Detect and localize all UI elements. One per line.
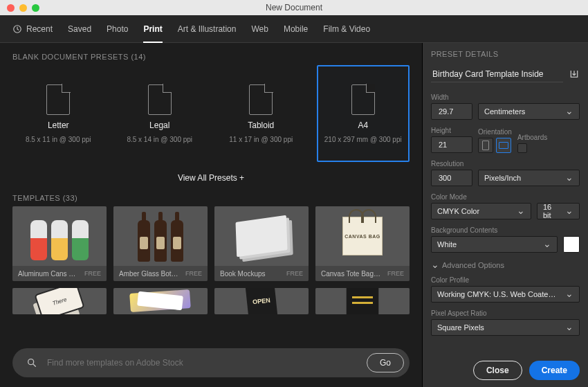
template-price: FREE [185, 270, 202, 277]
minimize-window-icon[interactable] [19, 4, 27, 12]
preset-detail: 11 x 17 in @ 300 ppi [229, 136, 293, 143]
document-icon [46, 84, 70, 115]
background-value: White [437, 240, 457, 249]
templates-header-label: TEMPLATES [12, 194, 60, 202]
tab-label: Recent [26, 24, 53, 34]
templates-header: TEMPLATES (33) [0, 192, 422, 206]
template-thumbnail: OPEN [214, 288, 309, 314]
preset-tabloid[interactable]: Tabloid 11 x 17 in @ 300 ppi [215, 65, 307, 162]
tab-label: Mobile [284, 24, 308, 34]
tab-print[interactable]: Print [143, 16, 162, 42]
template-name: Canvas Tote Bag Mo… [321, 270, 382, 278]
template-card[interactable]: There [12, 288, 107, 314]
document-name-input[interactable] [431, 66, 563, 82]
template-thumbnail: CANVAS BAG [315, 206, 410, 266]
pixel-aspect-ratio-value: Square Pixels [437, 323, 484, 332]
landscape-icon [499, 142, 508, 149]
orientation-landscape-button[interactable] [496, 138, 511, 153]
template-price: FREE [84, 270, 101, 277]
color-mode-value: CMYK Color [437, 207, 479, 215]
tab-saved[interactable]: Saved [68, 16, 91, 42]
template-card[interactable]: OPEN [214, 288, 309, 314]
template-card[interactable]: Book MockupsFREE [214, 206, 309, 281]
resolution-units-select[interactable]: Pixels/Inch ⌄ [478, 170, 580, 186]
resolution-label: Resolution [431, 160, 472, 168]
tab-art-illustration[interactable]: Art & Illustration [178, 16, 237, 42]
svg-point-1 [28, 359, 34, 365]
color-profile-label: Color Profile [431, 276, 580, 284]
template-card[interactable]: CANVAS BAG Canvas Tote Bag Mo…FREE [315, 206, 410, 281]
tab-label: Saved [68, 24, 91, 34]
view-all-presets-button[interactable]: View All Presets + [0, 168, 422, 192]
advanced-options-toggle[interactable]: ⌄ Advanced Options [431, 261, 580, 269]
tab-recent[interactable]: Recent [12, 16, 53, 42]
preset-a4[interactable]: A4 210 x 297 mm @ 300 ppi [317, 65, 410, 162]
color-profile-select[interactable]: Working CMYK: U.S. Web Coated (S… ⌄ [431, 286, 580, 303]
template-card[interactable] [315, 288, 410, 314]
units-select[interactable]: Centimeters ⌄ [478, 103, 580, 120]
template-card[interactable]: Amber Glass Bottles…FREE [113, 206, 208, 281]
color-mode-select[interactable]: CMYK Color ⌄ [431, 203, 531, 219]
artboards-checkbox[interactable] [517, 143, 527, 153]
background-select[interactable]: White ⌄ [431, 236, 558, 253]
portrait-icon [482, 141, 489, 150]
template-thumbnail [113, 288, 208, 314]
tab-film-video[interactable]: Film & Video [323, 16, 370, 42]
tab-label: Art & Illustration [178, 24, 237, 34]
template-thumbnail [12, 206, 107, 266]
create-button[interactable]: Create [529, 361, 580, 380]
stock-search-go-button[interactable]: Go [367, 353, 404, 372]
document-icon [351, 84, 375, 115]
preset-name: Letter [48, 120, 69, 130]
left-panel: BLANK DOCUMENT PRESETS (14) Letter 8.5 x… [0, 43, 422, 387]
template-card[interactable]: Aluminum Cans Moc…FREE [12, 206, 107, 281]
preset-details-title: PRESET DETAILS [431, 50, 580, 58]
preset-detail: 8.5 x 11 in @ 300 ppi [26, 136, 91, 143]
zoom-window-icon[interactable] [32, 4, 39, 12]
close-window-icon[interactable] [7, 4, 15, 12]
template-thumbnail [214, 206, 309, 266]
pixel-aspect-ratio-label: Pixel Aspect Ratio [431, 309, 580, 317]
preset-details-panel: PRESET DETAILS Width Centimeters ⌄ Heigh… [422, 43, 588, 387]
template-name: Aluminum Cans Moc… [18, 270, 79, 278]
dialog-footer: Close Create [431, 354, 580, 380]
tab-label: Print [143, 24, 162, 34]
advanced-options-label: Advanced Options [442, 261, 504, 269]
height-input[interactable] [431, 136, 472, 153]
template-grid: Aluminum Cans Moc…FREE Amber Glass Bottl… [12, 206, 410, 314]
window-titlebar: New Document [0, 0, 588, 15]
bit-depth-select[interactable]: 16 bit ⌄ [537, 203, 580, 219]
presets-count: (14) [131, 53, 146, 61]
preset-grid: Letter 8.5 x 11 in @ 300 ppi Legal 8.5 x… [0, 65, 422, 168]
resolution-input[interactable] [431, 170, 472, 186]
width-input[interactable] [431, 103, 472, 120]
template-name: Book Mockups [220, 270, 266, 278]
search-icon [26, 357, 37, 368]
close-button[interactable]: Close [473, 361, 522, 380]
templates-count: (33) [63, 194, 78, 202]
preset-name: Legal [149, 120, 169, 130]
document-icon [148, 84, 172, 115]
stock-search-input[interactable] [46, 357, 358, 368]
tab-mobile[interactable]: Mobile [284, 16, 308, 42]
window-controls [0, 4, 39, 12]
pixel-aspect-ratio-select[interactable]: Square Pixels ⌄ [431, 319, 580, 336]
preset-legal[interactable]: Legal 8.5 x 14 in @ 300 ppi [114, 65, 206, 162]
category-tabs: Recent Saved Photo Print Art & Illustrat… [0, 15, 588, 43]
save-preset-icon[interactable] [569, 69, 580, 80]
view-all-label: View All Presets [178, 173, 237, 183]
tab-photo[interactable]: Photo [107, 16, 128, 42]
template-thumbnail: There [12, 288, 107, 314]
preset-name: A4 [358, 120, 368, 130]
clock-icon [12, 24, 22, 34]
background-color-swatch[interactable] [563, 236, 580, 253]
orientation-portrait-button[interactable] [478, 138, 493, 153]
preset-letter[interactable]: Letter 8.5 x 11 in @ 300 ppi [12, 65, 104, 162]
tab-web[interactable]: Web [251, 16, 268, 42]
artboards-label: Artboards [517, 134, 547, 141]
template-thumbnail [315, 288, 410, 314]
stock-search-bar: Go [12, 348, 410, 377]
color-mode-label: Color Mode [431, 193, 580, 201]
template-card[interactable] [113, 288, 208, 314]
preset-name: Tabloid [248, 120, 274, 130]
